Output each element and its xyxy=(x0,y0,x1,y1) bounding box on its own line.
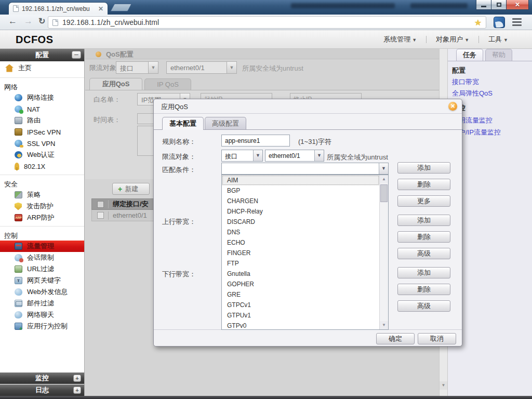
scroll-down-arrow[interactable]: ▼ xyxy=(440,381,447,390)
sidebar-bar-log[interactable]: 日志+ xyxy=(0,384,84,396)
upstream-advanced-button[interactable]: 高级 xyxy=(397,248,450,259)
sidebar-item-nat[interactable]: NAT xyxy=(0,103,84,115)
divider xyxy=(0,77,84,78)
key-icon xyxy=(15,163,19,170)
menu-system-admin[interactable]: 系统管理▼ xyxy=(374,35,426,44)
downstream-delete-button[interactable]: 删除 xyxy=(397,284,450,295)
ok-button[interactable]: 确定 xyxy=(376,333,415,344)
match-add-button[interactable]: 添加 xyxy=(397,162,450,174)
sidebar-item-session-limit[interactable]: 会话限制 xyxy=(0,252,84,263)
collapse-button[interactable]: ─ xyxy=(72,51,81,59)
sidebar-item-web-outgoing-info[interactable]: Web外发信息 xyxy=(0,286,84,298)
sidebar-item-attack-defense[interactable]: 攻击防护 xyxy=(0,201,84,212)
close-button[interactable]: ✕ xyxy=(506,0,529,10)
sidebar-item-policy[interactable]: 策略 xyxy=(0,189,84,201)
downstream-add-button[interactable]: 添加 xyxy=(397,267,450,278)
new-button[interactable]: +新建 xyxy=(112,183,150,195)
sidebar-item-net-chat[interactable]: 网络聊天 xyxy=(0,309,84,321)
tab-task[interactable]: 任务 xyxy=(456,49,483,61)
sidebar-item-network-connection[interactable]: 网络连接 xyxy=(0,92,84,103)
reload-button[interactable]: ↻ xyxy=(38,16,45,26)
dialog-title: 应用QoS xyxy=(161,102,188,112)
limit-type-select[interactable]: 接口 ▼ xyxy=(116,61,158,74)
tab-basic-config[interactable]: 基本配置 xyxy=(162,117,204,130)
service-option[interactable]: Gnutella xyxy=(222,269,379,279)
service-option[interactable]: FTP xyxy=(222,258,379,269)
tab-title: 192.168.1.1/zh_cn/webu xyxy=(22,5,95,12)
cancel-button[interactable]: 取消 xyxy=(418,333,456,344)
tab-help[interactable]: 帮助 xyxy=(485,49,512,61)
url-filter-icon xyxy=(15,265,22,273)
sidebar-item-web-keyword[interactable]: T网页关键字 xyxy=(0,275,84,286)
limit-target-label: 限流对象： xyxy=(162,152,196,162)
forward-button[interactable]: → xyxy=(24,16,33,26)
limit-type-select[interactable]: 接口 ▼ xyxy=(221,150,263,162)
minimize-button[interactable] xyxy=(476,0,491,10)
sidebar-item-ssl-vpn[interactable]: SSL VPN xyxy=(0,138,84,149)
service-option[interactable]: FINGER xyxy=(222,248,379,258)
service-option[interactable]: DISCARD xyxy=(222,217,379,227)
service-option[interactable]: DHCP-Relay xyxy=(222,206,379,217)
sidebar-item-8021x[interactable]: 802.1X xyxy=(0,161,84,172)
sidebar-item-traffic-management[interactable]: 流量管理 xyxy=(0,241,84,252)
extension-icon[interactable] xyxy=(494,17,505,28)
new-tab-button[interactable] xyxy=(110,4,132,11)
service-option[interactable]: ECHO xyxy=(222,237,379,248)
tab-advanced-config[interactable]: 高级配置 xyxy=(205,117,246,130)
upstream-delete-button[interactable]: 删除 xyxy=(397,231,450,243)
row-interface-cell: ethernet0/1 xyxy=(113,211,147,219)
service-option[interactable]: GTPCv1 xyxy=(222,300,379,310)
scroll-down-arrow[interactable]: ▼ xyxy=(380,321,388,329)
sidebar-item-arp-defense[interactable]: ARPARP防护 xyxy=(0,212,84,223)
sidebar-item-home[interactable]: 主页 xyxy=(0,61,84,75)
interface-select[interactable]: ethernet0/1 ▼ xyxy=(166,61,237,74)
browser-tab[interactable]: 192.168.1.1/zh_cn/webu ✕ xyxy=(8,2,108,15)
expand-plus-icon[interactable]: + xyxy=(73,375,81,382)
sidebar-item-mail-filter[interactable]: 邮件过滤 xyxy=(0,298,84,309)
tab-close-icon[interactable]: ✕ xyxy=(98,5,103,12)
sidebar-bar-monitor[interactable]: 监控+ xyxy=(0,373,84,384)
menu-object-user[interactable]: 对象用户▼ xyxy=(427,35,478,44)
menu-tools[interactable]: 工具▼ xyxy=(479,35,517,44)
back-button[interactable]: ← xyxy=(8,16,17,26)
upstream-add-button[interactable]: 添加 xyxy=(397,215,450,226)
match-more-button[interactable]: 更多 xyxy=(397,195,450,207)
service-option[interactable]: BGP xyxy=(222,185,379,196)
service-option[interactable]: GTPv0 xyxy=(222,321,379,331)
select-all-checkbox[interactable] xyxy=(97,201,104,208)
dialog-close-icon[interactable]: ✕ xyxy=(448,102,457,111)
service-option[interactable]: AIM xyxy=(222,175,379,185)
bookmark-star-icon[interactable]: ★ xyxy=(474,18,482,28)
sidebar-item-url-filter[interactable]: URL过滤 xyxy=(0,263,84,275)
traffic-monitor-icon xyxy=(15,243,22,250)
scroll-thumb[interactable] xyxy=(380,184,388,202)
interface-select[interactable]: ethernet0/1 ▼ xyxy=(265,150,324,162)
service-option[interactable]: CHARGEN xyxy=(222,196,379,206)
rule-name-input[interactable] xyxy=(221,135,290,147)
sidebar-item-routing[interactable]: 路由 xyxy=(0,115,84,126)
service-option[interactable]: DNS xyxy=(222,227,379,237)
tab-app-qos[interactable]: 应用QoS xyxy=(89,78,142,90)
service-option[interactable]: GRE xyxy=(222,289,379,300)
restore-icon xyxy=(497,3,501,7)
scroll-up-arrow[interactable]: ▲ xyxy=(380,175,388,183)
link-interface-bandwidth[interactable]: 接口带宽 xyxy=(452,77,479,87)
service-option[interactable]: GTPUv1 xyxy=(222,310,379,321)
row-checkbox[interactable] xyxy=(97,212,104,219)
downstream-advanced-button[interactable]: 高级 xyxy=(397,300,450,312)
sidebar-item-ipsec-vpn[interactable]: IPSec VPN xyxy=(0,126,84,138)
url-bar[interactable]: 192.168.1.1/zh_cn/webui.html ★ xyxy=(48,16,486,29)
url-text[interactable]: 192.168.1.1/zh_cn/webui.html xyxy=(62,18,474,26)
restore-button[interactable] xyxy=(491,0,507,10)
link-global-elastic-qos[interactable]: 全局弹性QoS xyxy=(452,89,493,98)
match-delete-button[interactable]: 删除 xyxy=(397,179,450,190)
sidebar-item-app-behavior-control[interactable]: 应用行为控制 xyxy=(0,321,84,332)
tab-ip-qos[interactable]: IP QoS xyxy=(144,78,191,90)
browser-menu-icon[interactable] xyxy=(512,18,522,28)
expand-plus-icon[interactable]: + xyxy=(73,387,81,394)
service-option[interactable]: GOPHER xyxy=(222,279,379,289)
dropdown-scrollbar[interactable]: ▲ ▼ xyxy=(379,175,388,329)
match-condition-combo[interactable]: ▼ xyxy=(221,163,389,175)
upstream-bandwidth-label: 上行带宽： xyxy=(162,217,196,227)
sidebar-item-web-auth[interactable]: Web认证 xyxy=(0,149,84,161)
